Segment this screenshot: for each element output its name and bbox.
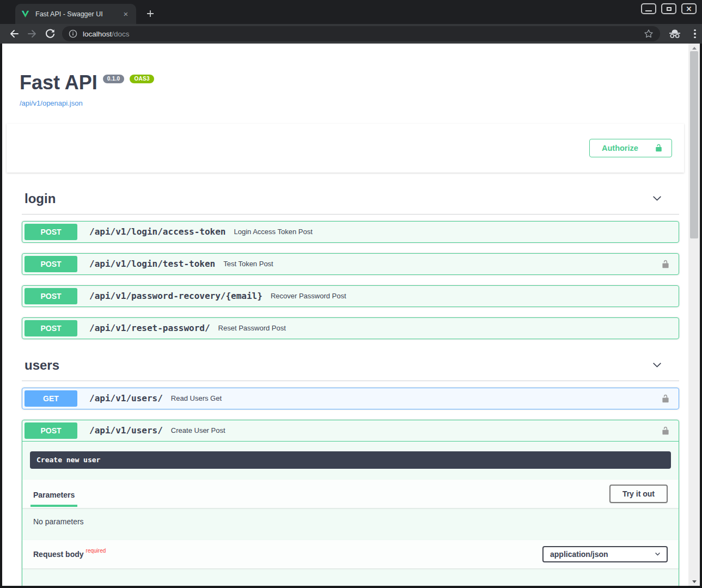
unlock-icon xyxy=(661,259,670,270)
method-badge: POST xyxy=(25,320,77,336)
try-it-out-button[interactable]: Try it out xyxy=(609,485,668,503)
tag-header-login[interactable]: login xyxy=(22,187,679,215)
endpoint-summary[interactable]: POST /api/v1/login/test-token Test Token… xyxy=(22,254,679,274)
api-info: Fast API 0.1.0 OAS3 /api/v1/openapi.json xyxy=(20,72,671,108)
version-badge: 0.1.0 xyxy=(103,75,125,83)
tab-close-icon[interactable]: × xyxy=(121,9,131,19)
url-host: localhost xyxy=(83,30,112,38)
endpoint-summary-text: Login Access Token Post xyxy=(234,228,312,236)
content-type-select[interactable]: application/json xyxy=(542,546,668,562)
tag-name: users xyxy=(25,358,59,373)
authorize-label: Authorize xyxy=(602,144,638,152)
tab-title: Fast API - Swagger UI xyxy=(35,10,121,18)
operation-body: Create new user Parameters Try it out No… xyxy=(22,441,679,586)
incognito-icon xyxy=(668,28,681,39)
tag-name: login xyxy=(25,191,56,206)
chevron-down-icon[interactable] xyxy=(651,359,663,371)
endpoint-row: POST /api/v1/password-recovery/{email} R… xyxy=(22,285,679,307)
endpoint-row-expanded: POST /api/v1/users/ Create User Post Cre… xyxy=(22,420,679,586)
url-bar[interactable]: localhost/docs xyxy=(62,26,660,41)
endpoint-summary[interactable]: POST /api/v1/users/ Create User Post xyxy=(22,420,679,441)
endpoint-summary-text: Create User Post xyxy=(171,426,225,434)
endpoint-summary[interactable]: GET /api/v1/users/ Read Users Get xyxy=(22,388,679,409)
forward-icon[interactable] xyxy=(27,28,38,39)
openapi-spec-link[interactable]: /api/v1/openapi.json xyxy=(20,99,83,107)
tag-section-users: users GET /api/v1/users/ Read Users Get xyxy=(22,353,679,586)
bookmark-star-icon[interactable] xyxy=(644,29,654,39)
swagger-ui: Fast API 0.1.0 OAS3 /api/v1/openapi.json… xyxy=(2,44,688,586)
endpoint-summary-text: Reset Password Post xyxy=(218,324,286,332)
endpoint-path: /api/v1/users/ xyxy=(89,393,163,403)
endpoint-summary-text: Read Users Get xyxy=(171,394,222,402)
page-viewport: Fast API 0.1.0 OAS3 /api/v1/openapi.json… xyxy=(2,44,700,586)
unlock-icon xyxy=(661,425,670,436)
tag-section-login: login POST /api/v1/login/access-token Lo… xyxy=(22,187,679,339)
favicon-icon xyxy=(21,9,30,19)
chevron-down-icon[interactable] xyxy=(651,193,663,204)
endpoint-path: /api/v1/password-recovery/{email} xyxy=(89,291,263,301)
endpoint-row: GET /api/v1/users/ Read Users Get xyxy=(22,388,679,409)
model-example: Example Value Schema { xyxy=(22,568,679,586)
browser-toolbar: localhost/docs xyxy=(0,24,702,44)
method-badge: POST xyxy=(25,256,77,272)
new-tab-button[interactable] xyxy=(144,7,157,20)
info-icon[interactable] xyxy=(69,29,77,38)
scroll-down-arrow-icon[interactable] xyxy=(688,577,700,586)
endpoint-path: /api/v1/users/ xyxy=(89,425,163,436)
minimize-button[interactable] xyxy=(641,3,656,14)
endpoint-summary-text: Test Token Post xyxy=(223,260,273,268)
auth-lock-button[interactable] xyxy=(661,393,670,404)
plus-icon xyxy=(146,9,155,18)
method-badge: POST xyxy=(25,422,77,439)
auth-lock-button[interactable] xyxy=(661,425,670,436)
authorize-button[interactable]: Authorize xyxy=(589,139,672,157)
required-flag: required xyxy=(86,548,106,554)
url-text[interactable]: localhost/docs xyxy=(83,30,644,38)
endpoint-row: POST /api/v1/login/test-token Test Token… xyxy=(22,253,679,275)
method-badge: POST xyxy=(25,224,77,240)
endpoint-path: /api/v1/reset-password/ xyxy=(89,323,210,333)
window-controls: ✕ xyxy=(641,3,697,14)
auth-lock-button[interactable] xyxy=(661,259,670,270)
browser-menu-icon[interactable] xyxy=(690,28,700,39)
endpoint-summary[interactable]: POST /api/v1/login/access-token Login Ac… xyxy=(22,222,679,242)
endpoint-path: /api/v1/login/access-token xyxy=(89,226,225,237)
url-path: /docs xyxy=(112,30,129,38)
tab-parameters[interactable]: Parameters xyxy=(33,481,75,507)
endpoint-summary[interactable]: POST /api/v1/password-recovery/{email} R… xyxy=(22,286,679,307)
content-type-value: application/json xyxy=(550,550,608,559)
back-icon[interactable] xyxy=(9,28,20,39)
refresh-icon[interactable] xyxy=(45,28,56,39)
method-badge: POST xyxy=(25,288,77,304)
scrollbar-thumb[interactable] xyxy=(690,51,698,238)
page-title: Fast API xyxy=(20,72,97,93)
chevron-down-icon xyxy=(654,550,661,558)
page-scrollbar[interactable] xyxy=(688,44,700,586)
close-button[interactable]: ✕ xyxy=(681,3,697,14)
no-parameters-text: No parameters xyxy=(22,508,679,540)
tag-header-users[interactable]: users xyxy=(22,353,679,381)
unlock-icon xyxy=(661,393,670,404)
maximize-button[interactable] xyxy=(661,3,676,14)
method-badge: GET xyxy=(25,390,77,407)
request-body-label: Request body xyxy=(33,550,84,559)
oas3-badge: OAS3 xyxy=(130,75,154,83)
operation-description: Create new user xyxy=(30,451,671,469)
browser-tab[interactable]: Fast API - Swagger UI × xyxy=(15,4,136,24)
request-body-header: Request body required application/json xyxy=(22,540,679,568)
browser-titlebar: Fast API - Swagger UI × ✕ xyxy=(0,0,702,24)
endpoint-path: /api/v1/login/test-token xyxy=(89,259,215,269)
endpoint-summary[interactable]: POST /api/v1/reset-password/ Reset Passw… xyxy=(22,318,679,339)
endpoint-row: POST /api/v1/login/access-token Login Ac… xyxy=(22,221,679,243)
parameters-header: Parameters Try it out xyxy=(22,480,679,508)
endpoint-row: POST /api/v1/reset-password/ Reset Passw… xyxy=(22,317,679,339)
scheme-container: Authorize xyxy=(7,124,684,173)
endpoint-summary-text: Recover Password Post xyxy=(271,292,346,300)
unlock-icon xyxy=(655,143,663,152)
